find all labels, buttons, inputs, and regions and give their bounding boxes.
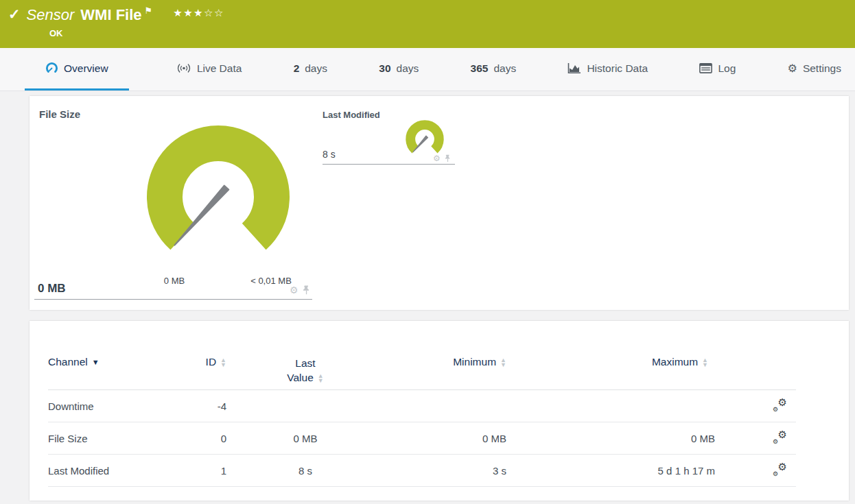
sort-header-minimum[interactable]: Minimum▲▼ <box>384 356 520 368</box>
status-badge: OK <box>49 28 63 38</box>
priority-stars[interactable]: ★★★☆☆ <box>173 7 224 19</box>
area-chart-icon <box>567 62 581 74</box>
gear-small-icon: ⚙ <box>773 406 778 413</box>
prtg-sensor-page: ✓ Sensor WMI File ⚑ ★★★☆☆ OK Overview L <box>0 0 855 504</box>
channel-maximum: 0 MB <box>520 433 715 444</box>
gauge-title-file-size: File Size <box>39 108 80 120</box>
gauge-settings-gear-icon[interactable]: ⚙ <box>290 285 298 295</box>
tab-settings[interactable]: ⚙ Settings <box>784 48 845 91</box>
header-label: Maximum <box>652 356 698 368</box>
gear-small-icon: ⚙ <box>773 470 778 477</box>
header-label: ID <box>206 356 217 368</box>
channels-table-header: Channel▼ ID▲▼ Last Value▲▼ Minimum▲▼ Max… <box>48 352 796 390</box>
last-modified-value: 8 s <box>323 149 336 160</box>
panel-divider <box>34 299 312 300</box>
tab-historic-data[interactable]: Historic Data <box>563 48 652 91</box>
sensor-header: ✓ Sensor WMI File ⚑ ★★★☆☆ OK <box>0 0 855 48</box>
tab-number: 2 <box>294 62 300 75</box>
channel-minimum: 0 MB <box>384 433 520 444</box>
channel-name: Downtime <box>48 400 202 412</box>
channel-last-value: 8 s <box>226 465 384 477</box>
sensor-tab-bar: Overview Live Data 2 days 30 days 365 da… <box>0 48 855 91</box>
sort-icon: ▲▼ <box>702 358 708 368</box>
gear-icon: ⚙ <box>778 429 787 441</box>
stars-filled[interactable]: ★★★ <box>173 7 204 19</box>
tab-label: Live Data <box>197 62 242 75</box>
gauge-scale-min: 0 MB <box>154 276 195 286</box>
gear-icon: ⚙ <box>778 396 787 409</box>
channel-name: File Size <box>48 433 202 444</box>
table-row: Downtime -4 ⚙⚙ <box>48 390 796 422</box>
sort-header-id[interactable]: ID▲▼ <box>202 356 226 368</box>
tab-365-days[interactable]: 365 days <box>467 48 521 91</box>
channel-id: 0 <box>202 433 226 444</box>
sort-icon: ▲▼ <box>318 374 324 383</box>
gear-icon: ⚙ <box>788 63 797 74</box>
gauge-icon <box>45 62 58 75</box>
tab-label: Overview <box>64 62 108 75</box>
channel-maximum: 5 d 1 h 17 m <box>520 465 715 477</box>
channel-id: -4 <box>202 400 226 412</box>
header-label: Value <box>287 372 314 383</box>
sort-icon: ▲▼ <box>220 358 226 368</box>
gauge-title-last-modified: Last Modified <box>323 110 380 120</box>
table-row: Last Modified 1 8 s 3 s 5 d 1 h 17 m ⚙⚙ <box>48 455 796 487</box>
gauge-settings-gear-icon[interactable]: ⚙ <box>433 154 441 163</box>
tab-label: days <box>493 62 516 75</box>
log-icon <box>699 63 712 73</box>
channel-settings-icon[interactable]: ⚙⚙ <box>773 463 787 476</box>
panel-divider <box>323 164 455 165</box>
sort-desc-icon: ▼ <box>92 358 99 366</box>
header-label: Channel <box>48 356 88 368</box>
tab-label: days <box>397 62 419 75</box>
sensor-kind-label: Sensor <box>27 5 75 25</box>
tab-label: Historic Data <box>587 62 648 75</box>
broadcast-icon <box>176 62 191 74</box>
tab-label: Settings <box>803 62 841 75</box>
channels-card: Channel▼ ID▲▼ Last Value▲▼ Minimum▲▼ Max… <box>30 321 849 501</box>
header-label: Last <box>295 357 315 369</box>
sensor-title: WMI File <box>80 5 141 25</box>
priority-flag-icon[interactable]: ⚑ <box>145 6 153 15</box>
gear-small-icon: ⚙ <box>773 438 778 445</box>
file-size-value: 0 MB <box>38 282 66 296</box>
tab-2-days[interactable]: 2 days <box>290 48 331 91</box>
sort-header-maximum[interactable]: Maximum▲▼ <box>520 356 715 368</box>
channel-minimum: 3 s <box>384 465 520 477</box>
tab-number: 365 <box>471 62 489 75</box>
tab-live-data[interactable]: Live Data <box>172 48 246 91</box>
tab-30-days[interactable]: 30 days <box>375 48 423 91</box>
channel-last-value: 0 MB <box>226 433 384 444</box>
gauges-card: File Size 0 MB < 0,01 MB 0 MB ⚙ Last Mod… <box>30 96 849 310</box>
status-check-icon: ✓ <box>8 5 21 23</box>
table-row: File Size 0 0 MB 0 MB 0 MB ⚙⚙ <box>48 422 796 455</box>
sort-icon: ▲▼ <box>500 358 506 368</box>
channels-table: Channel▼ ID▲▼ Last Value▲▼ Minimum▲▼ Max… <box>48 352 796 487</box>
channel-name: Last Modified <box>48 465 202 477</box>
tab-label: days <box>305 62 327 75</box>
tab-log[interactable]: Log <box>695 48 740 91</box>
sort-header-last-value[interactable]: Last Value▲▼ <box>226 356 384 385</box>
file-size-gauge <box>136 120 301 274</box>
tab-overview[interactable]: Overview <box>25 48 129 91</box>
channel-settings-icon[interactable]: ⚙⚙ <box>773 431 787 444</box>
channel-id: 1 <box>202 465 226 477</box>
tab-number: 30 <box>379 62 390 75</box>
gear-icon: ⚙ <box>778 461 787 473</box>
pin-icon[interactable] <box>445 154 451 163</box>
channel-settings-icon[interactable]: ⚙⚙ <box>773 398 787 411</box>
pin-icon[interactable] <box>303 285 310 295</box>
sort-header-channel[interactable]: Channel▼ <box>48 356 202 368</box>
stars-empty[interactable]: ☆☆ <box>204 7 224 19</box>
tab-label: Log <box>718 62 736 75</box>
header-label: Minimum <box>453 356 496 368</box>
